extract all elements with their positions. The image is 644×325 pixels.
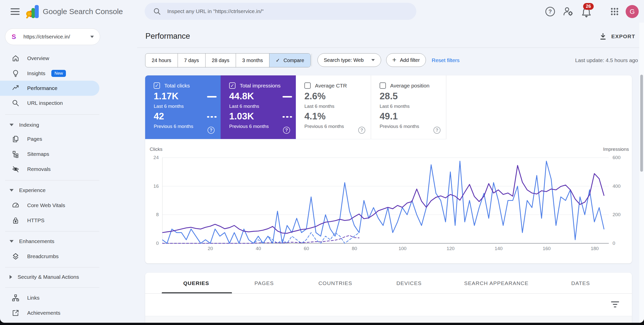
property-url: https://ctrlservice.in/ xyxy=(23,34,85,40)
app-window: Google Search Console Inspect any URL in… xyxy=(0,0,644,323)
search-type-dropdown[interactable]: Search type: Web xyxy=(317,53,381,67)
period-label: Last 6 months xyxy=(304,104,334,109)
notification-count-badge: 26 xyxy=(583,3,594,10)
tab-search-appearance[interactable]: SEARCH APPEARANCE xyxy=(464,280,529,286)
section-label: Security & Manual Actions xyxy=(18,274,79,280)
chevron-down-icon xyxy=(371,59,375,61)
sidebar-item-https[interactable]: HTTPS xyxy=(0,213,99,228)
chevron-expanded-icon xyxy=(10,124,14,126)
export-button[interactable]: EXPORT xyxy=(599,32,635,41)
x-tick: 40 xyxy=(250,246,267,251)
chevron-down-icon xyxy=(90,36,94,38)
sidebar-item-label: Performance xyxy=(27,85,57,91)
help-icon[interactable]: ? xyxy=(433,127,440,134)
plus-icon: + xyxy=(392,56,396,64)
reset-filters-link[interactable]: Reset filters xyxy=(432,57,460,63)
range-28-days[interactable]: 28 days xyxy=(205,54,236,67)
tabs-border xyxy=(145,293,632,294)
section-enhancements[interactable]: Enhancements xyxy=(10,236,54,246)
account-avatar[interactable]: G xyxy=(626,5,639,18)
help-icon[interactable]: ? xyxy=(358,127,365,134)
sidebar-item-breadcrumbs[interactable]: Breadcrumbs xyxy=(0,249,99,264)
property-selector[interactable]: S https://ctrlservice.in/ xyxy=(5,28,100,45)
card-total-impressions[interactable]: ✓ Total impressions 44.8K Last 6 months … xyxy=(221,75,296,139)
range-3-months[interactable]: 3 months xyxy=(236,54,269,67)
period-label: Previous 6 months xyxy=(304,124,344,129)
sidebar-item-links[interactable]: Links xyxy=(0,290,99,305)
date-range-segmented-control: 24 hours 7 days 28 days 3 months ✓ Compa… xyxy=(145,53,311,67)
sidebar-item-pages[interactable]: Pages xyxy=(0,131,99,147)
section-indexing[interactable]: Indexing xyxy=(10,120,39,130)
tab-pages[interactable]: PAGES xyxy=(255,280,274,286)
checkbox-checked-icon[interactable]: ✓ xyxy=(229,82,235,89)
help-icon[interactable]: ? xyxy=(283,127,290,134)
section-experience[interactable]: Experience xyxy=(10,185,46,195)
sidebar-item-sitemaps[interactable]: Sitemaps xyxy=(0,147,99,162)
sidebar-item-achievements[interactable]: Achievements xyxy=(0,305,99,320)
sidebar-item-label: Overview xyxy=(27,55,49,61)
links-network-icon xyxy=(12,294,20,302)
sidebar-item-label: Sitemaps xyxy=(27,151,49,157)
x-tick: 160 xyxy=(538,246,555,251)
dimensions-panel: QUERIES PAGES COUNTRIES DEVICES SEARCH A… xyxy=(145,273,632,323)
section-label: Experience xyxy=(19,187,46,193)
check-icon: ✓ xyxy=(276,57,280,63)
sidebar-item-removals[interactable]: Removals xyxy=(0,162,99,177)
chevron-expanded-icon xyxy=(10,240,14,243)
user-settings-button[interactable] xyxy=(562,5,575,18)
section-security-manual-actions[interactable]: Security & Manual Actions xyxy=(10,272,79,282)
search-type-label: Search type: Web xyxy=(324,57,364,63)
sidebar-item-overview[interactable]: Overview xyxy=(0,51,99,66)
sidebar-item-url-inspection[interactable]: URL inspection xyxy=(0,96,99,111)
pages-icon xyxy=(12,135,20,143)
performance-trend-icon xyxy=(12,84,20,92)
card-label: Total impressions xyxy=(240,83,280,89)
google-apps-button[interactable] xyxy=(608,5,621,18)
add-filter-button[interactable]: + Add filter xyxy=(386,53,426,67)
tab-countries[interactable]: COUNTRIES xyxy=(318,280,352,286)
sidebar-item-label: Links xyxy=(27,295,39,301)
checkbox-checked-icon[interactable]: ✓ xyxy=(154,82,160,89)
url-inspect-search-input[interactable]: Inspect any URL in "https://ctrlservice.… xyxy=(145,3,416,20)
range-24-hours[interactable]: 24 hours xyxy=(145,54,178,67)
sidebar-divider xyxy=(5,287,99,288)
table-header-strip xyxy=(145,316,632,323)
scrollbar-track[interactable] xyxy=(639,23,644,323)
open-in-new-icon xyxy=(12,309,20,317)
tab-queries[interactable]: QUERIES xyxy=(183,280,209,286)
period-label: Previous 6 months xyxy=(154,124,193,129)
help-button[interactable]: ? xyxy=(544,5,556,18)
lock-icon xyxy=(12,216,20,224)
impressions-line xyxy=(162,165,604,233)
sidebar-item-performance[interactable]: Performance xyxy=(0,81,99,96)
card-average-ctr[interactable]: Average CTR 2.6% Last 6 months 4.1% Prev… xyxy=(296,75,371,139)
checkbox-unchecked-icon[interactable] xyxy=(380,82,386,89)
dashed-line-legend-icon xyxy=(283,116,292,118)
card-label: Average position xyxy=(390,83,429,89)
range-compare[interactable]: ✓ Compare xyxy=(269,54,310,67)
card-total-clicks[interactable]: ✓ Total clicks 1.17K Last 6 months 42 Pr… xyxy=(145,75,221,139)
help-icon[interactable]: ? xyxy=(208,127,215,134)
sidebar-item-insights[interactable]: Insights New xyxy=(0,66,99,81)
period-label: Previous 6 months xyxy=(380,124,419,129)
scrollbar-thumb[interactable] xyxy=(640,75,643,172)
card-label: Total clicks xyxy=(164,83,190,89)
checkbox-unchecked-icon[interactable] xyxy=(304,82,311,89)
tab-devices[interactable]: DEVICES xyxy=(396,280,422,286)
card-average-position[interactable]: Average position 28.5 Last 6 months 49.1… xyxy=(371,75,446,139)
x-tick: 80 xyxy=(346,246,363,251)
home-icon xyxy=(12,54,20,62)
tab-dates[interactable]: DATES xyxy=(571,280,590,286)
ctr-prev-value: 4.1% xyxy=(304,111,326,122)
range-7-days[interactable]: 7 days xyxy=(178,54,205,67)
filter-table-button[interactable] xyxy=(610,299,620,309)
chevron-expanded-icon xyxy=(10,189,14,192)
performance-line-chart[interactable] xyxy=(162,156,609,245)
impressions-last-value: 44.8K xyxy=(229,91,254,102)
sidebar-item-core-web-vitals[interactable]: Core Web Vitals xyxy=(0,198,99,213)
y-right-tick: 200 xyxy=(613,212,628,217)
y-right-tick: 0 xyxy=(613,241,628,246)
magnifier-icon xyxy=(12,99,20,107)
speedometer-icon xyxy=(12,201,20,209)
search-icon xyxy=(153,8,161,15)
